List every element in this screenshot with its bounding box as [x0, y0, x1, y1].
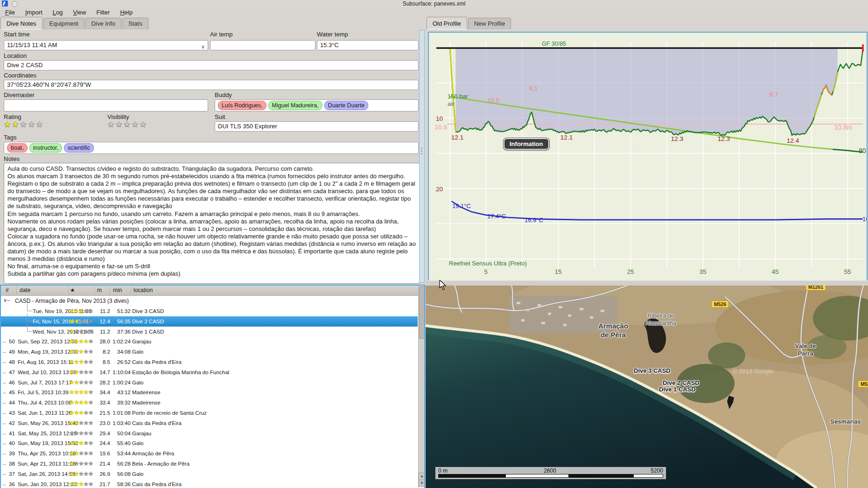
visibility-stars[interactable]: ★★★★★ [107, 119, 147, 129]
svg-text:10: 10 [436, 115, 443, 122]
menu-filter[interactable]: Filter [91, 8, 115, 17]
dive-row[interactable]: Tue, Nov 19, 2013 11:39★★★★★11.251:32Div… [1, 306, 418, 316]
dive-location: Madeirense [132, 399, 161, 405]
information-tooltip[interactable]: Information [504, 138, 549, 150]
dive-row[interactable]: –42Sun, May 26, 2013 15:40★★★★★23.01:03:… [1, 418, 418, 428]
dive-number: 43 [9, 410, 15, 416]
dive-row[interactable]: –37Sat, Jan 26, 2013 14:58★★★★★26.956:08… [1, 469, 418, 479]
scrollbar-handle[interactable] [419, 286, 425, 339]
column-header-stars[interactable]: ★ [70, 287, 75, 293]
left-tab-bar: Dive NotesEquipmentDive InfoStats [0, 17, 149, 29]
dive-site-marker-label[interactable]: Dive 2 CASD [663, 379, 700, 386]
dive-site-marker-label[interactable]: Dive 3 CASD [634, 367, 671, 374]
star-icon[interactable]: ★ [20, 120, 28, 129]
dive-row[interactable]: –48Fri, Aug 16, 2013 15:11★★★★★8.526:52C… [1, 357, 418, 367]
location-field[interactable]: Dive 2 CASD [4, 60, 419, 70]
coordinates-field[interactable]: 37°05'23.460"N 8°20'47.879"W [4, 80, 419, 90]
dive-profile-chart[interactable]: 10.810.8mGF 30/85150 barair8010205152535… [428, 32, 868, 282]
tab-new-profile[interactable]: New Profile [468, 18, 511, 29]
svg-text:45: 45 [771, 268, 778, 275]
dive-number: 47 [9, 369, 15, 375]
map-place-label: Armação de Pêra [598, 322, 628, 340]
column-header-num[interactable]: # [6, 287, 9, 293]
row-stars: ★★★★★ [69, 470, 93, 477]
menu-import[interactable]: Import [20, 8, 48, 17]
dive-location: Galo [132, 471, 144, 477]
notes-textarea[interactable]: Aula do curso CASD. Transectos c/video e… [4, 163, 420, 284]
scroll-up-button[interactable]: ▲ [419, 473, 425, 480]
title-bar[interactable]: Subsurface: paneves.xml [0, 0, 868, 7]
dive-duration: 50:04 [111, 430, 131, 436]
svg-text:20: 20 [436, 186, 443, 193]
column-header-location[interactable]: location [133, 287, 153, 293]
column-separator[interactable] [68, 286, 69, 294]
star-icon[interactable]: ★ [36, 120, 44, 129]
column-separator[interactable] [109, 286, 110, 294]
dive-duration: 53:44 [111, 450, 131, 456]
dive-row[interactable]: –44Thu, Jul 4, 2013 10:08★★★★★33.439:32M… [1, 397, 418, 408]
dive-row[interactable]: –43Sat, Jun 1, 2013 11:26★★★★★21.51:01:0… [1, 408, 418, 418]
tab-dive-notes[interactable]: Dive Notes [0, 17, 42, 29]
dive-depth: 28.0 [91, 338, 110, 344]
dive-row[interactable]: –45Fri, Jul 5, 2013 10:39★★★★★34.443:12M… [1, 387, 418, 397]
dive-row[interactable]: –46Sun, Jul 7, 2013 17:17★★★★★28.21:00:2… [1, 377, 418, 388]
star-icon[interactable]: ★ [124, 120, 132, 129]
dive-site-map[interactable]: Armação de PêraRibeira de AlcantarilhaVa… [426, 286, 868, 488]
tags-field[interactable]: boat,instructor,scientific [4, 142, 419, 154]
dive-location: Armação de Pêra [132, 450, 174, 456]
air-temp-field[interactable] [210, 40, 315, 50]
dive-site-marker-label[interactable]: Dive 1 CASD [659, 386, 696, 393]
dive-duration: 26:52 [111, 359, 131, 365]
dive-row[interactable]: Wed, Nov 13, 2013 11:06★★★★★11.237:36Div… [1, 327, 418, 337]
trip-row[interactable]: ∨– CASD - Armação de Pêra, Nov 2013 (3 d… [1, 296, 418, 306]
scroll-down-button[interactable]: ▼ [419, 480, 425, 487]
dive-row[interactable]: –38Sun, Apr 21, 2013 11:28★★★★★21.456:28… [1, 459, 418, 469]
tab-old-profile[interactable]: Old Profile [427, 17, 467, 29]
dive-row[interactable]: –40Sun, May 19, 2013 15:53★★★★★24.455:40… [1, 438, 418, 448]
divemaster-field[interactable] [4, 99, 208, 112]
dive-row[interactable]: Fri, Nov 15, 2013 11:41★★★★★12.456:35Div… [1, 316, 418, 327]
star-icon[interactable]: ★ [107, 120, 115, 129]
dive-duration: 37:36 [111, 328, 131, 335]
start-time-combobox[interactable]: 11/15/13 11:41 AM∨ [4, 40, 208, 50]
star-icon[interactable]: ★ [140, 120, 147, 129]
star-icon[interactable]: ★ [132, 120, 140, 129]
rating-stars[interactable]: ★★★★★ [4, 119, 44, 129]
dive-row[interactable]: –50Sun, Sep 22, 2013 12:59★★★★★28.01:02:… [1, 336, 418, 347]
svg-text:16.9°C: 16.9°C [525, 216, 543, 223]
column-header-date[interactable]: date [20, 287, 30, 293]
menu-log[interactable]: Log [48, 8, 68, 17]
column-header-m[interactable]: m [97, 287, 102, 293]
tab-dive-info[interactable]: Dive Info [85, 18, 121, 29]
dive-row[interactable]: –39Thu, Apr 25, 2013 10:28★★★★★19.653:44… [1, 448, 418, 459]
column-separator[interactable] [131, 286, 131, 294]
column-separator[interactable] [94, 286, 95, 294]
dive-row[interactable]: –36Sun, Jan 20, 2013 12:33★★★★★21.758:36… [1, 479, 418, 488]
tab-equipment[interactable]: Equipment [43, 18, 84, 29]
dive-row[interactable]: –49Mon, Aug 19, 2013 12:06★★★★★8.234:08G… [1, 347, 418, 357]
dive-list-scrollbar[interactable]: ▲ ▼ [418, 286, 425, 487]
water-temp-field[interactable]: 15.3°C [317, 40, 419, 50]
menu-help[interactable]: Help [115, 8, 138, 17]
star-icon[interactable]: ★ [28, 120, 36, 129]
dive-depth: 14.7 [91, 369, 110, 375]
suit-field[interactable]: DUI TLS 350 Explorer [215, 121, 419, 132]
tab-stats[interactable]: Stats [122, 18, 148, 29]
collapse-caret-icon[interactable]: ∨– [3, 297, 10, 303]
buddy-field[interactable]: Luís Rodrigues,Miguel Madureira,Duarte D… [215, 99, 419, 112]
column-separator[interactable] [16, 286, 17, 294]
svg-text:55: 55 [844, 268, 851, 275]
star-icon[interactable]: ★ [12, 120, 20, 129]
star-icon[interactable]: ★ [115, 120, 123, 129]
dive-row[interactable]: –41Sat, May 25, 2013 12:19★★★★★29.450:04… [1, 428, 418, 439]
road-badge: M1261 [805, 286, 826, 291]
menu-file[interactable]: File [0, 8, 20, 17]
dive-row[interactable]: –47Wed, Jul 10, 2013 13:09★★★★★14.71:10:… [1, 367, 418, 377]
column-header-min[interactable]: min [113, 287, 122, 293]
menu-view[interactable]: View [68, 8, 91, 17]
row-stars: ★★★★★ [69, 369, 93, 376]
form-scrollbar[interactable] [419, 30, 425, 283]
tree-stub: – [3, 460, 6, 467]
dive-depth: 21.7 [91, 481, 110, 487]
star-icon[interactable]: ★ [4, 120, 12, 129]
